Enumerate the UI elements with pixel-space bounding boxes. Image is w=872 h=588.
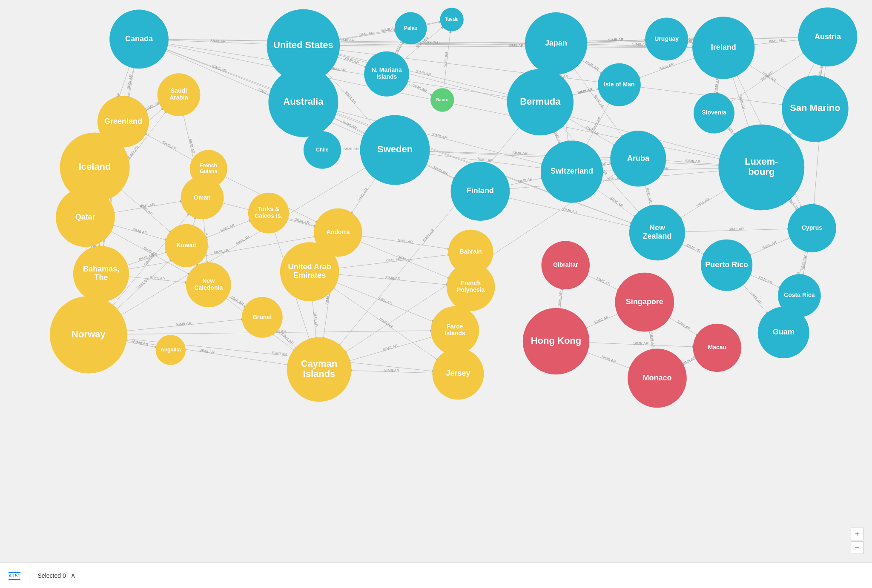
node-circle-slovenia[interactable] xyxy=(694,93,734,134)
node-gibraltar[interactable]: Gibraltar xyxy=(541,241,590,289)
node-french-polynesia[interactable]: FrenchPolynesia xyxy=(447,263,495,311)
node-aruba[interactable]: Aruba xyxy=(610,131,666,186)
node-australia[interactable]: Australia xyxy=(268,67,338,137)
node-jersey[interactable]: Jersey xyxy=(432,348,484,400)
node-n-mariana-islands[interactable]: N. MarianaIslands xyxy=(364,51,409,97)
node-circle-singapore[interactable] xyxy=(615,273,674,332)
node-uruguay[interactable]: Uruguay xyxy=(645,17,688,60)
node-circle-cayman-islands[interactable] xyxy=(287,337,351,402)
node-circle-luxembourg[interactable] xyxy=(718,124,804,210)
edge-label: SIMILAR xyxy=(412,83,427,93)
node-circle-switzerland[interactable] xyxy=(541,140,603,203)
node-faroe-islands[interactable]: FaroeIslands xyxy=(431,306,479,355)
node-guam[interactable]: Guam xyxy=(758,307,809,358)
edge-label: SIMILAR xyxy=(557,291,563,306)
node-circle-macau[interactable] xyxy=(693,324,742,372)
node-circle-french-polynesia[interactable] xyxy=(447,263,495,311)
node-circle-french-guiana[interactable] xyxy=(190,150,227,187)
node-finland[interactable]: Finland xyxy=(451,162,510,221)
node-circle-finland[interactable] xyxy=(451,162,510,221)
edge xyxy=(193,217,196,226)
edge-label: SIMILAR xyxy=(313,311,318,327)
node-isle-of-man[interactable]: Isle of Man xyxy=(598,63,641,106)
node-circle-nauru[interactable] xyxy=(430,88,454,112)
node-san-marino[interactable]: San Marino xyxy=(782,75,848,142)
node-circle-ireland[interactable] xyxy=(692,17,754,79)
node-tuvalu[interactable]: Tuvalu xyxy=(440,8,464,31)
node-circle-isle-of-man[interactable] xyxy=(598,63,641,106)
node-circle-monaco[interactable] xyxy=(628,349,687,408)
node-brunei[interactable]: Brunei xyxy=(242,297,283,338)
node-circle-guam[interactable] xyxy=(758,307,809,358)
node-anguilla[interactable]: Anguilla xyxy=(155,335,186,365)
node-circle-anguilla[interactable] xyxy=(155,335,186,365)
node-palau[interactable]: Palau xyxy=(395,12,427,45)
node-norway[interactable]: Norway xyxy=(50,296,127,374)
node-circle-austria[interactable] xyxy=(798,7,858,66)
node-slovenia[interactable]: Slovenia xyxy=(694,93,734,134)
node-circle-puerto-rico[interactable] xyxy=(701,240,752,291)
edge-label: SIMILAR xyxy=(213,248,229,255)
zoom-in-button[interactable]: + xyxy=(851,528,863,540)
node-circle-kuwait[interactable] xyxy=(165,224,208,267)
node-hong-kong[interactable]: Hong Kong xyxy=(523,308,589,374)
node-circle-aruba[interactable] xyxy=(610,131,666,186)
node-circle-palau[interactable] xyxy=(395,12,427,45)
node-circle-new-caledonia[interactable] xyxy=(186,262,231,307)
expand-button[interactable]: ∧ xyxy=(70,571,76,580)
node-switzerland[interactable]: Switzerland xyxy=(541,140,603,203)
node-circle-qatar[interactable] xyxy=(56,188,115,247)
node-circle-norway[interactable] xyxy=(50,296,127,374)
node-circle-uruguay[interactable] xyxy=(645,17,688,60)
node-circle-bahamas[interactable] xyxy=(73,246,129,302)
node-united-arab-emirates[interactable]: United ArabEmirates xyxy=(280,242,339,301)
node-circle-new-zealand[interactable] xyxy=(629,205,685,260)
node-luxembourg[interactable]: Luxem-bourg xyxy=(718,124,804,210)
node-austria[interactable]: Austria xyxy=(798,7,858,66)
selected-count-label: Selected 0 xyxy=(38,572,66,579)
node-nauru[interactable]: Nauru xyxy=(430,88,454,112)
node-new-caledonia[interactable]: NewCaledonia xyxy=(186,262,231,307)
node-puerto-rico[interactable]: Puerto Rico xyxy=(701,240,752,291)
zoom-out-button[interactable]: − xyxy=(851,541,863,554)
node-sweden[interactable]: Sweden xyxy=(360,115,430,185)
node-bermuda[interactable]: Bermuda xyxy=(507,69,574,135)
node-circle-united-arab-emirates[interactable] xyxy=(280,242,339,301)
node-circle-chile[interactable] xyxy=(304,131,341,168)
node-bahamas[interactable]: Bahamas,The xyxy=(73,246,129,302)
node-circle-australia[interactable] xyxy=(268,67,338,137)
node-monaco[interactable]: Monaco xyxy=(628,349,687,408)
node-circle-sweden[interactable] xyxy=(360,115,430,185)
node-french-guiana[interactable]: FrenchGuiana xyxy=(190,150,227,187)
node-macau[interactable]: Macau xyxy=(693,324,742,372)
node-circle-brunei[interactable] xyxy=(242,297,283,338)
node-circle-n-mariana-islands[interactable] xyxy=(364,51,409,97)
node-ireland[interactable]: Ireland xyxy=(692,17,754,79)
node-circle-jersey[interactable] xyxy=(432,348,484,400)
node-circle-japan[interactable] xyxy=(525,12,587,74)
node-circle-saudi-arabia[interactable] xyxy=(158,73,201,116)
node-saudi-arabia[interactable]: SaudiArabia xyxy=(158,73,201,116)
node-japan[interactable]: Japan xyxy=(525,12,587,74)
node-circle-faroe-islands[interactable] xyxy=(431,306,479,355)
node-circle-bermuda[interactable] xyxy=(507,69,574,135)
node-kuwait[interactable]: Kuwait xyxy=(165,224,208,267)
node-singapore[interactable]: Singapore xyxy=(615,273,674,332)
node-circle-hong-kong[interactable] xyxy=(523,308,589,374)
node-circle-gibraltar[interactable] xyxy=(541,241,590,289)
node-circle-cyprus[interactable] xyxy=(788,204,836,253)
node-circle-canada[interactable] xyxy=(109,10,169,69)
node-circle-turks-caicos[interactable] xyxy=(248,193,289,234)
edge-label: SIMILAR xyxy=(633,341,649,345)
node-canada[interactable]: Canada xyxy=(109,10,169,69)
node-cayman-islands[interactable]: CaymanIslands xyxy=(287,337,351,402)
node-new-zealand[interactable]: NewZealand xyxy=(629,205,685,260)
node-qatar[interactable]: Qatar xyxy=(56,188,115,247)
node-cyprus[interactable]: Cyprus xyxy=(788,204,836,253)
edge-label: SIMILAR xyxy=(359,31,375,37)
node-circle-tuvalu[interactable] xyxy=(440,8,464,31)
node-turks-caicos[interactable]: Turks &Calcos Is. xyxy=(248,193,289,234)
edge xyxy=(425,22,441,25)
node-chile[interactable]: Chile xyxy=(304,131,341,168)
node-circle-san-marino[interactable] xyxy=(782,75,848,142)
